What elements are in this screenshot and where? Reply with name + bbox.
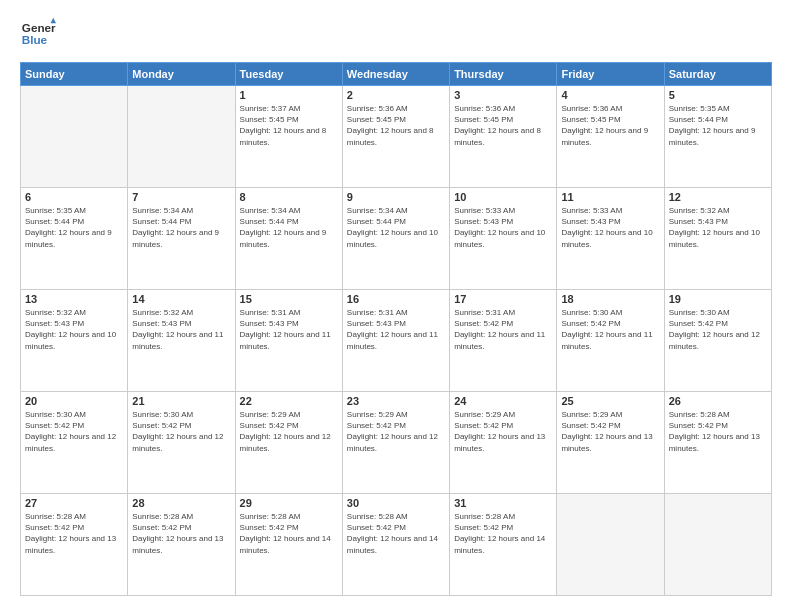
weekday-header-tuesday: Tuesday xyxy=(235,63,342,86)
header: General Blue xyxy=(20,16,772,52)
day-number: 29 xyxy=(240,497,338,509)
calendar-cell: 31Sunrise: 5:28 AMSunset: 5:42 PMDayligh… xyxy=(450,494,557,596)
day-info: Sunrise: 5:29 AMSunset: 5:42 PMDaylight:… xyxy=(561,409,659,454)
day-info: Sunrise: 5:28 AMSunset: 5:42 PMDaylight:… xyxy=(25,511,123,556)
day-number: 4 xyxy=(561,89,659,101)
weekday-header-sunday: Sunday xyxy=(21,63,128,86)
calendar-cell xyxy=(128,86,235,188)
day-number: 22 xyxy=(240,395,338,407)
day-number: 10 xyxy=(454,191,552,203)
day-info: Sunrise: 5:35 AMSunset: 5:44 PMDaylight:… xyxy=(25,205,123,250)
calendar-cell: 15Sunrise: 5:31 AMSunset: 5:43 PMDayligh… xyxy=(235,290,342,392)
calendar-cell xyxy=(557,494,664,596)
weekday-header-wednesday: Wednesday xyxy=(342,63,449,86)
calendar-cell: 26Sunrise: 5:28 AMSunset: 5:42 PMDayligh… xyxy=(664,392,771,494)
day-number: 12 xyxy=(669,191,767,203)
calendar-cell: 10Sunrise: 5:33 AMSunset: 5:43 PMDayligh… xyxy=(450,188,557,290)
day-number: 25 xyxy=(561,395,659,407)
day-number: 15 xyxy=(240,293,338,305)
week-row-4: 27Sunrise: 5:28 AMSunset: 5:42 PMDayligh… xyxy=(21,494,772,596)
day-info: Sunrise: 5:29 AMSunset: 5:42 PMDaylight:… xyxy=(454,409,552,454)
day-info: Sunrise: 5:36 AMSunset: 5:45 PMDaylight:… xyxy=(454,103,552,148)
calendar-cell: 11Sunrise: 5:33 AMSunset: 5:43 PMDayligh… xyxy=(557,188,664,290)
day-info: Sunrise: 5:30 AMSunset: 5:42 PMDaylight:… xyxy=(561,307,659,352)
day-info: Sunrise: 5:35 AMSunset: 5:44 PMDaylight:… xyxy=(669,103,767,148)
day-info: Sunrise: 5:29 AMSunset: 5:42 PMDaylight:… xyxy=(347,409,445,454)
day-info: Sunrise: 5:34 AMSunset: 5:44 PMDaylight:… xyxy=(347,205,445,250)
calendar-cell: 17Sunrise: 5:31 AMSunset: 5:42 PMDayligh… xyxy=(450,290,557,392)
day-info: Sunrise: 5:28 AMSunset: 5:42 PMDaylight:… xyxy=(132,511,230,556)
day-info: Sunrise: 5:30 AMSunset: 5:42 PMDaylight:… xyxy=(669,307,767,352)
day-number: 3 xyxy=(454,89,552,101)
day-info: Sunrise: 5:36 AMSunset: 5:45 PMDaylight:… xyxy=(561,103,659,148)
week-row-0: 1Sunrise: 5:37 AMSunset: 5:45 PMDaylight… xyxy=(21,86,772,188)
page: General Blue SundayMondayTuesdayWednesda… xyxy=(0,0,792,612)
calendar-cell: 12Sunrise: 5:32 AMSunset: 5:43 PMDayligh… xyxy=(664,188,771,290)
calendar-cell: 22Sunrise: 5:29 AMSunset: 5:42 PMDayligh… xyxy=(235,392,342,494)
week-row-3: 20Sunrise: 5:30 AMSunset: 5:42 PMDayligh… xyxy=(21,392,772,494)
day-info: Sunrise: 5:33 AMSunset: 5:43 PMDaylight:… xyxy=(561,205,659,250)
day-number: 19 xyxy=(669,293,767,305)
calendar-cell: 16Sunrise: 5:31 AMSunset: 5:43 PMDayligh… xyxy=(342,290,449,392)
calendar-cell: 7Sunrise: 5:34 AMSunset: 5:44 PMDaylight… xyxy=(128,188,235,290)
calendar-cell: 25Sunrise: 5:29 AMSunset: 5:42 PMDayligh… xyxy=(557,392,664,494)
day-info: Sunrise: 5:32 AMSunset: 5:43 PMDaylight:… xyxy=(669,205,767,250)
day-number: 1 xyxy=(240,89,338,101)
weekday-header-row: SundayMondayTuesdayWednesdayThursdayFrid… xyxy=(21,63,772,86)
day-number: 30 xyxy=(347,497,445,509)
day-number: 20 xyxy=(25,395,123,407)
calendar-cell: 30Sunrise: 5:28 AMSunset: 5:42 PMDayligh… xyxy=(342,494,449,596)
weekday-header-thursday: Thursday xyxy=(450,63,557,86)
calendar-cell: 28Sunrise: 5:28 AMSunset: 5:42 PMDayligh… xyxy=(128,494,235,596)
day-info: Sunrise: 5:30 AMSunset: 5:42 PMDaylight:… xyxy=(25,409,123,454)
day-info: Sunrise: 5:29 AMSunset: 5:42 PMDaylight:… xyxy=(240,409,338,454)
calendar-cell: 9Sunrise: 5:34 AMSunset: 5:44 PMDaylight… xyxy=(342,188,449,290)
day-number: 7 xyxy=(132,191,230,203)
day-info: Sunrise: 5:30 AMSunset: 5:42 PMDaylight:… xyxy=(132,409,230,454)
week-row-2: 13Sunrise: 5:32 AMSunset: 5:43 PMDayligh… xyxy=(21,290,772,392)
calendar-cell: 5Sunrise: 5:35 AMSunset: 5:44 PMDaylight… xyxy=(664,86,771,188)
calendar-table: SundayMondayTuesdayWednesdayThursdayFrid… xyxy=(20,62,772,596)
calendar-cell: 20Sunrise: 5:30 AMSunset: 5:42 PMDayligh… xyxy=(21,392,128,494)
calendar-cell: 24Sunrise: 5:29 AMSunset: 5:42 PMDayligh… xyxy=(450,392,557,494)
calendar-cell: 29Sunrise: 5:28 AMSunset: 5:42 PMDayligh… xyxy=(235,494,342,596)
day-info: Sunrise: 5:32 AMSunset: 5:43 PMDaylight:… xyxy=(25,307,123,352)
calendar-cell: 1Sunrise: 5:37 AMSunset: 5:45 PMDaylight… xyxy=(235,86,342,188)
day-number: 9 xyxy=(347,191,445,203)
day-info: Sunrise: 5:31 AMSunset: 5:43 PMDaylight:… xyxy=(240,307,338,352)
calendar-cell: 18Sunrise: 5:30 AMSunset: 5:42 PMDayligh… xyxy=(557,290,664,392)
day-info: Sunrise: 5:33 AMSunset: 5:43 PMDaylight:… xyxy=(454,205,552,250)
day-number: 16 xyxy=(347,293,445,305)
calendar-cell: 4Sunrise: 5:36 AMSunset: 5:45 PMDaylight… xyxy=(557,86,664,188)
generalblue-logo-icon: General Blue xyxy=(20,16,56,52)
day-info: Sunrise: 5:28 AMSunset: 5:42 PMDaylight:… xyxy=(669,409,767,454)
day-number: 14 xyxy=(132,293,230,305)
calendar-cell: 2Sunrise: 5:36 AMSunset: 5:45 PMDaylight… xyxy=(342,86,449,188)
weekday-header-friday: Friday xyxy=(557,63,664,86)
day-info: Sunrise: 5:37 AMSunset: 5:45 PMDaylight:… xyxy=(240,103,338,148)
day-number: 13 xyxy=(25,293,123,305)
calendar-cell: 13Sunrise: 5:32 AMSunset: 5:43 PMDayligh… xyxy=(21,290,128,392)
svg-text:Blue: Blue xyxy=(22,33,48,46)
calendar-cell: 6Sunrise: 5:35 AMSunset: 5:44 PMDaylight… xyxy=(21,188,128,290)
calendar-cell: 23Sunrise: 5:29 AMSunset: 5:42 PMDayligh… xyxy=(342,392,449,494)
calendar-cell: 27Sunrise: 5:28 AMSunset: 5:42 PMDayligh… xyxy=(21,494,128,596)
day-number: 5 xyxy=(669,89,767,101)
day-info: Sunrise: 5:28 AMSunset: 5:42 PMDaylight:… xyxy=(347,511,445,556)
weekday-header-saturday: Saturday xyxy=(664,63,771,86)
day-number: 31 xyxy=(454,497,552,509)
day-info: Sunrise: 5:32 AMSunset: 5:43 PMDaylight:… xyxy=(132,307,230,352)
day-number: 6 xyxy=(25,191,123,203)
calendar-cell: 3Sunrise: 5:36 AMSunset: 5:45 PMDaylight… xyxy=(450,86,557,188)
calendar-cell: 14Sunrise: 5:32 AMSunset: 5:43 PMDayligh… xyxy=(128,290,235,392)
day-info: Sunrise: 5:34 AMSunset: 5:44 PMDaylight:… xyxy=(132,205,230,250)
day-number: 17 xyxy=(454,293,552,305)
day-number: 28 xyxy=(132,497,230,509)
day-number: 26 xyxy=(669,395,767,407)
calendar-cell xyxy=(21,86,128,188)
calendar-cell: 21Sunrise: 5:30 AMSunset: 5:42 PMDayligh… xyxy=(128,392,235,494)
day-info: Sunrise: 5:34 AMSunset: 5:44 PMDaylight:… xyxy=(240,205,338,250)
day-info: Sunrise: 5:36 AMSunset: 5:45 PMDaylight:… xyxy=(347,103,445,148)
calendar-cell: 19Sunrise: 5:30 AMSunset: 5:42 PMDayligh… xyxy=(664,290,771,392)
logo: General Blue xyxy=(20,16,56,52)
